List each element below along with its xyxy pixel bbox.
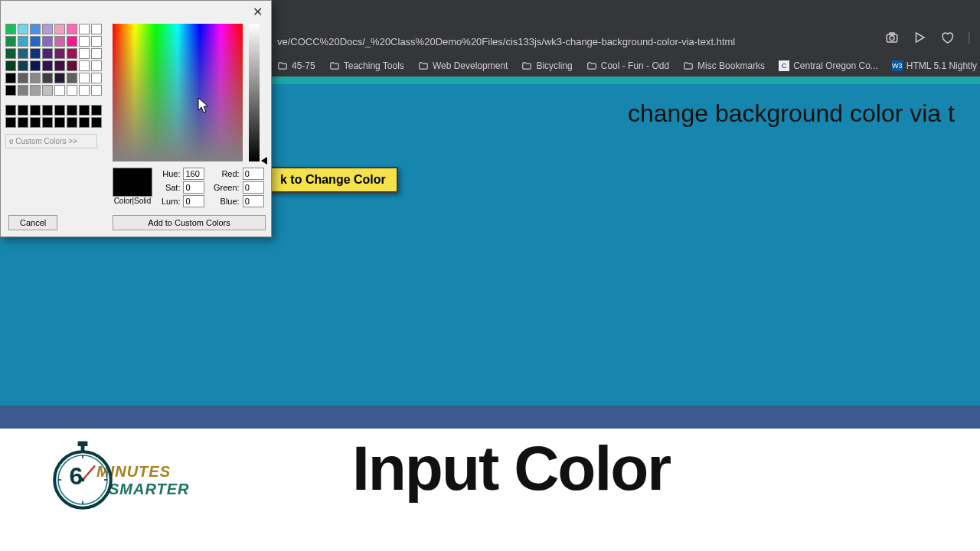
- change-color-button[interactable]: k to Change Color: [268, 167, 398, 193]
- red-input[interactable]: [243, 168, 264, 180]
- custom-swatch[interactable]: [54, 105, 65, 116]
- logo: 6 MINUTES SMARTER: [46, 440, 190, 514]
- color-swatch[interactable]: [91, 73, 102, 83]
- color-swatch[interactable]: [54, 85, 65, 96]
- custom-swatch[interactable]: [30, 117, 41, 128]
- custom-swatch[interactable]: [18, 117, 28, 128]
- color-swatch[interactable]: [30, 73, 41, 83]
- play-icon[interactable]: [913, 31, 926, 47]
- bookmark-item[interactable]: W3HTML 5.1 Nightly: [892, 60, 977, 71]
- cancel-button[interactable]: Cancel: [8, 215, 57, 230]
- bookmark-item[interactable]: 45-75: [277, 60, 315, 71]
- camera-icon[interactable]: [885, 31, 899, 47]
- color-swatch[interactable]: [91, 85, 102, 96]
- color-swatch[interactable]: [91, 36, 102, 47]
- sat-input[interactable]: [183, 181, 204, 194]
- color-swatch[interactable]: [42, 36, 53, 47]
- color-swatch[interactable]: [42, 48, 53, 59]
- address-bar[interactable]: ve/COCC%20Docs/_%20Class%20Demo%20Files/…: [268, 32, 980, 51]
- color-swatch[interactable]: [42, 85, 53, 96]
- color-swatch[interactable]: [5, 73, 16, 83]
- color-swatch[interactable]: [67, 48, 77, 59]
- heart-icon[interactable]: [940, 31, 954, 47]
- define-custom-button: e Custom Colors >>: [5, 134, 97, 148]
- color-swatch[interactable]: [54, 60, 65, 71]
- color-swatch[interactable]: [67, 85, 77, 96]
- custom-swatch[interactable]: [54, 117, 65, 128]
- color-gradient[interactable]: [113, 24, 243, 161]
- cursor-icon: [197, 96, 212, 115]
- color-swatch[interactable]: [42, 24, 53, 34]
- color-swatch[interactable]: [30, 36, 41, 47]
- color-swatch[interactable]: [79, 73, 90, 83]
- color-swatch[interactable]: [79, 36, 90, 47]
- url-text: ve/COCC%20Docs/_%20Class%20Demo%20Files/…: [277, 36, 735, 47]
- custom-swatch[interactable]: [91, 117, 102, 128]
- custom-swatch[interactable]: [30, 105, 41, 116]
- color-swatch[interactable]: [91, 24, 102, 34]
- dialog-titlebar[interactable]: ✕: [1, 1, 271, 22]
- luminosity-slider[interactable]: [249, 24, 260, 161]
- color-swatch[interactable]: [54, 24, 65, 34]
- color-swatch[interactable]: [18, 73, 28, 83]
- color-swatch[interactable]: [79, 60, 90, 71]
- color-swatch[interactable]: [5, 60, 16, 71]
- color-swatch[interactable]: [18, 48, 28, 59]
- bookmark-item[interactable]: Web Development: [418, 60, 508, 71]
- color-swatch[interactable]: [5, 85, 16, 96]
- hue-input[interactable]: [183, 168, 204, 180]
- color-swatch[interactable]: [79, 24, 90, 34]
- color-swatch[interactable]: [67, 60, 77, 71]
- color-swatch[interactable]: [42, 73, 53, 83]
- color-swatch[interactable]: [30, 48, 41, 59]
- color-swatch[interactable]: [67, 24, 77, 34]
- bookmark-item[interactable]: Bicycling: [521, 60, 572, 71]
- color-swatch[interactable]: [18, 60, 28, 71]
- color-swatch[interactable]: [30, 24, 41, 34]
- color-swatch[interactable]: [79, 48, 90, 59]
- green-input[interactable]: [243, 181, 264, 194]
- color-swatch[interactable]: [5, 36, 16, 47]
- luminosity-marker-icon[interactable]: [261, 157, 267, 165]
- color-swatch[interactable]: [54, 73, 65, 83]
- bookmark-item[interactable]: CCentral Oregon Co...: [779, 60, 878, 71]
- color-swatch[interactable]: [91, 60, 102, 71]
- color-swatch[interactable]: [18, 36, 28, 47]
- close-icon[interactable]: ✕: [248, 2, 266, 21]
- custom-swatch[interactable]: [67, 117, 77, 128]
- rgb-inputs: Red: Green: Blue:: [214, 168, 264, 209]
- color-swatch[interactable]: [67, 36, 77, 47]
- color-swatch[interactable]: [30, 85, 41, 96]
- custom-swatch[interactable]: [79, 105, 90, 116]
- w3c-favicon: W3: [892, 60, 903, 71]
- custom-swatch[interactable]: [79, 117, 90, 128]
- color-swatch[interactable]: [18, 24, 28, 34]
- color-swatch[interactable]: [67, 73, 77, 83]
- lum-input[interactable]: [183, 195, 204, 207]
- lum-label: Lum:: [162, 197, 180, 206]
- toolbar-icons: |: [885, 31, 971, 47]
- color-swatch[interactable]: [54, 36, 65, 47]
- add-custom-button[interactable]: Add to Custom Colors: [113, 215, 266, 230]
- custom-swatch[interactable]: [5, 117, 16, 128]
- bookmark-item[interactable]: Misc Bookmarks: [683, 60, 765, 71]
- custom-swatch[interactable]: [5, 105, 16, 116]
- custom-swatch[interactable]: [42, 117, 53, 128]
- color-swatch[interactable]: [91, 48, 102, 59]
- bookmark-item[interactable]: Cool - Fun - Odd: [586, 60, 669, 71]
- custom-swatch[interactable]: [91, 105, 102, 116]
- color-preview: Color|Solid: [113, 168, 152, 205]
- color-swatch[interactable]: [79, 85, 90, 96]
- color-swatch[interactable]: [54, 48, 65, 59]
- custom-swatch[interactable]: [67, 105, 77, 116]
- color-swatch[interactable]: [5, 48, 16, 59]
- blue-input[interactable]: [243, 195, 264, 207]
- bookmark-item[interactable]: Teaching Tools: [329, 60, 404, 71]
- custom-swatch[interactable]: [18, 105, 28, 116]
- custom-color-grid: [5, 105, 105, 128]
- color-swatch[interactable]: [42, 60, 53, 71]
- custom-swatch[interactable]: [42, 105, 53, 116]
- color-swatch[interactable]: [5, 24, 16, 34]
- color-swatch[interactable]: [18, 85, 28, 96]
- color-swatch[interactable]: [30, 60, 41, 71]
